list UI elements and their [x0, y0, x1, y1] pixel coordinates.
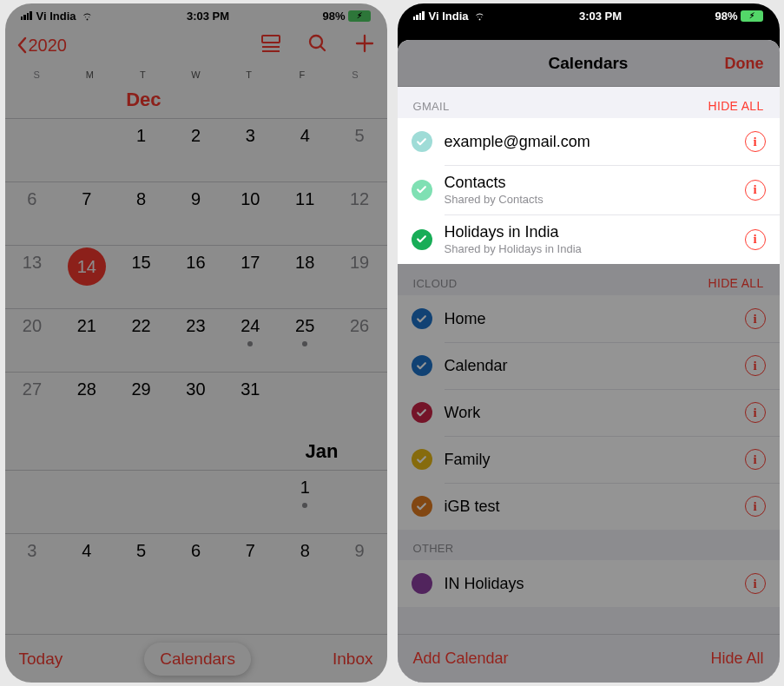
info-icon[interactable]: i: [745, 573, 766, 594]
calendar-item-in-holidays[interactable]: IN Holidays i: [398, 560, 780, 607]
calendar-item-holidays[interactable]: Holidays in India Shared by Holidays in …: [398, 214, 780, 264]
event-dot: [302, 341, 307, 346]
info-icon[interactable]: i: [745, 449, 766, 470]
info-icon[interactable]: i: [745, 308, 766, 329]
sheet-header: Calendars Done: [398, 40, 780, 87]
status-bar: Vi India 3:03 PM 98% ⚡︎: [5, 3, 387, 28]
phone-calendar-list: Vi India 3:03 PM 98% ⚡︎ Calendars Done G…: [398, 3, 780, 683]
calendar-item-home[interactable]: Home i: [398, 295, 780, 342]
section-label: GMAIL: [413, 100, 450, 113]
wifi-icon: [473, 11, 486, 21]
section-label: OTHER: [413, 542, 454, 555]
svg-rect-0: [262, 36, 280, 43]
calendar-subtitle: Shared by Contacts: [445, 193, 745, 206]
info-icon[interactable]: i: [745, 402, 766, 423]
done-button[interactable]: Done: [725, 54, 764, 72]
checkmark-icon[interactable]: [412, 496, 432, 517]
calendar-name: Contacts: [445, 174, 745, 192]
section-header-gmail: GMAIL HIDE ALL: [398, 87, 780, 118]
hide-all-icloud[interactable]: HIDE ALL: [708, 276, 764, 290]
checkmark-icon[interactable]: [412, 449, 432, 470]
checkmark-icon[interactable]: [412, 308, 432, 329]
section-label: ICLOUD: [413, 277, 458, 290]
checkmark-icon[interactable]: [412, 402, 432, 423]
calendar-item-work[interactable]: Work i: [398, 389, 780, 436]
bottom-toolbar: Today Calendars Inbox: [5, 634, 387, 683]
event-dot: [302, 503, 307, 508]
back-year-button[interactable]: 2020: [17, 36, 68, 56]
month-label-dec: Dec: [5, 83, 387, 118]
calendar-name: Calendar: [445, 357, 745, 375]
other-calendar-list: IN Holidays i: [398, 560, 780, 607]
month-label-jan: Jan: [5, 435, 387, 470]
chevron-left-icon: [17, 36, 28, 54]
calendar-name: Work: [445, 404, 745, 422]
calendars-button[interactable]: Calendars: [144, 643, 251, 676]
add-calendar-button[interactable]: Add Calendar: [413, 650, 509, 668]
section-header-other: OTHER: [398, 530, 780, 560]
status-bar: Vi India 3:03 PM 98% ⚡︎: [398, 3, 780, 28]
calendar-item-contacts[interactable]: Contacts Shared by Contacts i: [398, 165, 780, 214]
icloud-calendar-list: Home i Calendar i Work i Family i iGB te…: [398, 295, 780, 530]
calendar-name: Holidays in India: [445, 223, 745, 241]
today-button[interactable]: Today: [19, 650, 63, 669]
checkmark-icon[interactable]: [412, 573, 432, 594]
calendar-item-calendar[interactable]: Calendar i: [398, 342, 780, 389]
info-icon[interactable]: i: [745, 131, 766, 152]
section-header-icloud: ICLOUD HIDE ALL: [398, 264, 780, 295]
battery-percent: 98%: [715, 10, 737, 23]
battery-percent: 98%: [322, 10, 345, 23]
checkmark-icon[interactable]: [412, 180, 432, 201]
calendars-sheet: Calendars Done GMAIL HIDE ALL example@gm…: [398, 40, 780, 683]
info-icon[interactable]: i: [745, 229, 766, 250]
calendar-name: example@gmail.com: [445, 133, 745, 151]
calendar-grid-jan[interactable]: 1 3 4 5 6 7 8 9: [5, 470, 387, 597]
calendar-item-family[interactable]: Family i: [398, 436, 780, 483]
carrier-label: Vi India: [36, 10, 76, 23]
sheet-title: Calendars: [549, 54, 629, 73]
signal-icon: [21, 11, 32, 20]
battery-icon: ⚡︎: [348, 10, 371, 22]
calendar-item-igb[interactable]: iGB test i: [398, 483, 780, 530]
calendar-name: IN Holidays: [445, 575, 745, 593]
calendar-header: 2020: [5, 28, 387, 66]
calendar-subtitle: Shared by Holidays in India: [445, 242, 745, 255]
inbox-button[interactable]: Inbox: [333, 650, 372, 669]
battery-icon: ⚡︎: [741, 10, 763, 22]
calendar-grid[interactable]: 1 2 3 4 5 6 7 8 9 10 11 12 13 14 15 16 1…: [5, 118, 387, 435]
hide-all-gmail[interactable]: HIDE ALL: [708, 99, 764, 113]
checkmark-icon[interactable]: [412, 131, 432, 152]
calendar-item-email[interactable]: example@gmail.com i: [398, 118, 780, 165]
signal-icon: [413, 11, 425, 20]
list-view-icon[interactable]: [260, 34, 281, 56]
sheet-bottom-toolbar: Add Calendar Hide All: [398, 634, 780, 683]
clock: 3:03 PM: [187, 10, 229, 23]
checkmark-icon[interactable]: [412, 229, 432, 250]
phone-calendar: Vi India 3:03 PM 98% ⚡︎ 2020 S M T: [5, 3, 387, 683]
calendar-name: Family: [445, 451, 745, 469]
svg-line-4: [320, 46, 325, 50]
back-year-label: 2020: [29, 36, 68, 56]
hide-all-button[interactable]: Hide All: [710, 650, 763, 668]
info-icon[interactable]: i: [745, 180, 766, 201]
calendar-name: Home: [445, 310, 745, 328]
calendar-name: iGB test: [445, 498, 745, 516]
event-dot: [247, 341, 253, 346]
weekday-row: S M T W T F S: [5, 66, 387, 83]
clock: 3:03 PM: [579, 10, 622, 23]
info-icon[interactable]: i: [745, 496, 766, 517]
wifi-icon: [81, 11, 94, 21]
gmail-calendar-list: example@gmail.com i Contacts Shared by C…: [398, 118, 780, 264]
today-circle[interactable]: 14: [68, 247, 106, 286]
carrier-label: Vi India: [429, 10, 469, 23]
add-event-icon[interactable]: [354, 33, 375, 57]
checkmark-icon[interactable]: [412, 355, 432, 376]
search-icon[interactable]: [307, 33, 328, 57]
info-icon[interactable]: i: [745, 355, 766, 376]
